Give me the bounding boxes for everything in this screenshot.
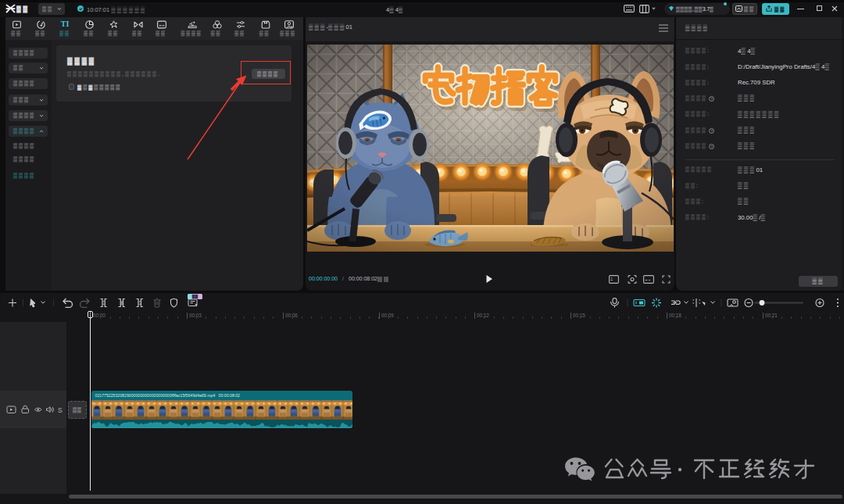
svg-text:S: S bbox=[58, 406, 63, 414]
